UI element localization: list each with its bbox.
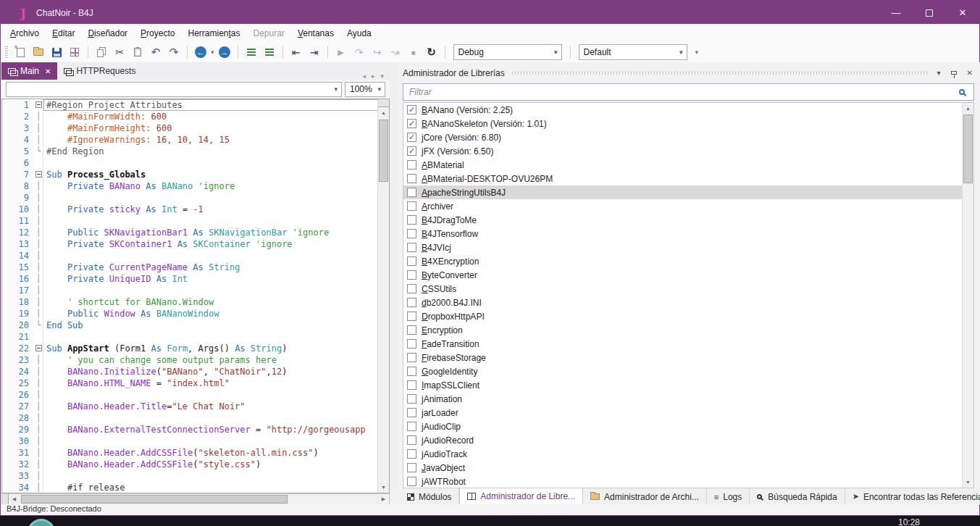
code-line[interactable]: 10│ Private sticky As Int = -1 [2,204,389,215]
code-line[interactable]: 16│ Private UniqueID As Int [2,273,389,285]
code-line[interactable]: 28│ [2,412,389,424]
navigate-back-button[interactable]: ← [193,44,209,60]
library-checkbox[interactable] [407,174,416,183]
library-checkbox[interactable] [407,367,416,376]
library-checkbox[interactable] [407,243,416,252]
code-line[interactable]: 5└#End Region [2,146,389,157]
code-line[interactable]: 33│ [2,470,389,482]
outdent-button[interactable]: ⇤ [288,44,304,60]
stop-button[interactable]: ■ [406,44,422,60]
code-line[interactable]: 31│ BANano.Header.AddCSSFile("skeleton-a… [2,447,389,459]
code-line[interactable]: 13│ Private SKContainer1 As SKContainer … [2,238,389,250]
library-row[interactable]: ✓BANano (Versión: 2.25) [403,103,973,117]
code-line[interactable]: 26│ [2,389,389,401]
library-checkbox[interactable] [407,408,416,417]
editor-vscrollbar[interactable]: ▲ ▼ [377,99,389,493]
code-line[interactable]: 8│ Private BANano As BANano 'ignore [2,180,389,192]
fold-marker[interactable] [34,343,43,354]
library-checkbox[interactable] [407,353,416,362]
library-row[interactable]: ✓jCore (Versión: 6.80) [403,130,973,144]
minimize-button[interactable]: — [879,1,913,25]
library-row[interactable]: ByteConverter [403,268,973,282]
menu-item[interactable]: Editar [46,25,81,41]
code-line[interactable]: 34│ #if release [2,482,389,493]
scroll-down-icon[interactable]: ▼ [378,482,389,493]
code-line[interactable]: 2│ #MainFormWidth: 600 [2,111,389,122]
library-checkbox[interactable] [407,188,416,197]
dock-tab[interactable]: ➤Encontrar todas las Referencia... [845,488,980,505]
code-editor[interactable]: 1#Region Project Attributes2│ #MainFormW… [1,99,390,493]
search-icon[interactable] [959,89,965,95]
hsplit-grip[interactable] [2,494,9,504]
dock-tab[interactable]: Administrador de Archi... [583,488,707,505]
library-checkbox[interactable] [407,339,416,348]
scroll-right-icon[interactable]: ▶ [378,494,389,504]
quick-jump-button[interactable] [261,44,277,60]
library-row[interactable]: Archiver [403,199,973,213]
copy-button[interactable] [93,44,109,60]
library-row[interactable]: DropboxHttpAPI [403,309,973,323]
fold-collapse-icon[interactable] [35,101,42,108]
library-row[interactable]: ✓BANanoSkeleton (Versión: 1.01) [403,117,973,130]
dock-tab[interactable]: Administrador de Libre... [459,488,583,505]
code-line[interactable]: 18│ ' shortcut for BANano.Window [2,296,389,308]
new-project-button[interactable] [12,44,28,60]
fold-marker[interactable] [34,169,43,180]
library-row[interactable]: ABMaterial [403,158,973,172]
open-project-button[interactable] [30,44,46,60]
code-line[interactable]: 15│ Private CurrentPageName As String [2,262,389,273]
restart-button[interactable]: ↻ [424,44,440,60]
library-row[interactable]: jAWTRobot [403,475,973,488]
dock-tab[interactable]: ≡Logs [707,488,750,505]
library-row[interactable]: Encryption [403,323,973,337]
hscroll-thumb[interactable] [21,495,288,504]
code-line[interactable]: 11│ [2,215,389,227]
code-line[interactable]: 9│ [2,192,389,204]
library-checkbox[interactable] [407,160,416,170]
profile-combo[interactable]: Default ▾ [579,44,687,60]
scroll-up-icon[interactable]: ▲ [378,107,389,118]
library-row[interactable]: jAudioClip [403,419,973,433]
title-bar[interactable]: J ChatNoir - B4J — ✕ [1,1,979,25]
toolbar-overflow-button[interactable]: ▾ [695,49,699,56]
pane-splitter[interactable] [390,62,397,505]
library-row[interactable]: B4JDragToMe [403,213,973,227]
code-line[interactable]: 3│ #MainFormHeight: 600 [2,122,389,134]
code-line[interactable]: 27│ BANano.Header.Title="Le Chat Noir" [2,401,389,412]
library-row[interactable]: JavaObject [403,461,973,475]
code-line[interactable]: 23│ ' you can change some output params … [2,354,389,366]
code-line[interactable]: 1#Region Project Attributes [2,99,389,111]
library-checkbox[interactable] [407,201,416,211]
library-row[interactable]: ✓jFX (Versión: 6.50) [403,144,973,158]
fold-marker[interactable] [34,99,43,111]
cut-button[interactable]: ✂ [112,44,127,60]
maximize-button[interactable] [913,1,946,25]
library-row[interactable]: jAnimation [403,392,973,406]
library-row[interactable]: FirebaseStorage [403,351,973,364]
save-button[interactable] [49,44,64,60]
modules-list-button[interactable] [243,44,259,60]
code-line[interactable]: 20└End Sub [2,320,389,331]
close-tab-icon[interactable]: ✕ [45,67,51,75]
zoom-combo[interactable]: 100% ▾ [345,82,385,97]
split-grip[interactable] [378,99,389,107]
library-checkbox[interactable] [407,435,416,445]
library-checkbox[interactable] [407,284,416,293]
library-row[interactable]: B4XEncryption [403,254,973,268]
paste-button[interactable] [130,44,146,60]
vscroll-thumb[interactable] [379,120,388,182]
step-over-button[interactable]: ↷ [351,44,367,60]
scroll-up-icon[interactable]: ▲ [963,103,973,114]
code-line[interactable]: 29│ BANano.ExternalTestConnectionServer … [2,424,389,435]
toolbar-grip[interactable] [5,46,8,58]
library-checkbox[interactable]: ✓ [407,146,416,156]
editor-hscrollbar[interactable]: ◀ ▶ [1,493,390,505]
close-button[interactable]: ✕ [946,1,979,25]
library-checkbox[interactable] [407,380,416,390]
code-line[interactable]: 12│ Public SKNavigationBar1 As SKNavigat… [2,227,389,238]
code-line[interactable]: 14│ [2,250,389,262]
editor-tab-httprequests[interactable]: HTTPRequests [57,62,142,80]
dock-tab[interactable]: Búsqueda Rápida [750,488,845,505]
code-line[interactable]: 24│ BANano.Initialize("BANano", "ChatNoi… [2,366,389,377]
tab-list-icon[interactable]: ▾ [380,72,384,80]
